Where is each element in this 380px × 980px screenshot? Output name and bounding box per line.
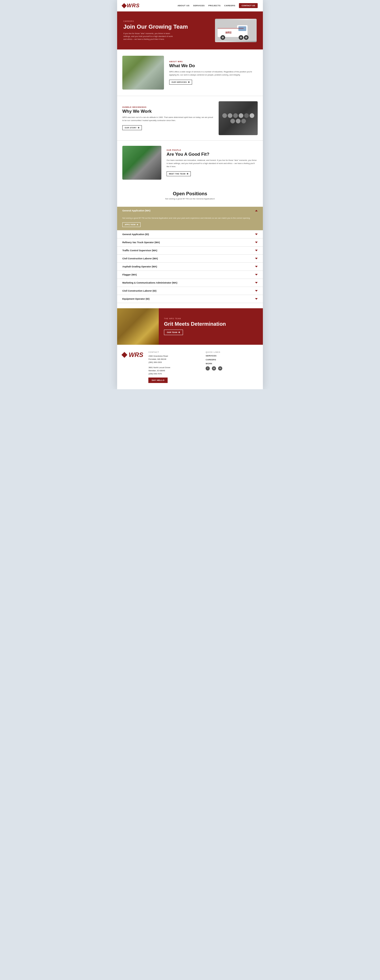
team-group-image: [219, 101, 258, 135]
accordion-arrow-4: [255, 258, 258, 259]
accordion-arrow-7: [255, 282, 258, 283]
grit-arrow-icon: ⊕: [178, 331, 180, 334]
accordion-header-1[interactable]: General Application (ID): [117, 231, 263, 238]
what-we-do-description: WRS offers a wide range of services in a…: [169, 70, 258, 76]
accordion-arrow-6: [255, 274, 258, 275]
hero-description: If you live for those "aha" moments, you…: [123, 32, 175, 41]
accordion-arrow-up-0: [255, 210, 258, 212]
accordion-item-5: Asphalt Grading Operator (WA): [117, 263, 263, 271]
svg-point-9: [245, 37, 247, 38]
accordion-title-0: General Application (WA): [122, 209, 150, 212]
what-we-do-content: ABOUT WRS What We Do WRS offers a wide r…: [169, 60, 258, 85]
footer-link-services[interactable]: SERVICES: [206, 355, 258, 357]
apply-arrow-icon: ⊕: [137, 224, 138, 226]
people-group: [219, 111, 258, 126]
footer-contact-label: CONTACT: [148, 351, 200, 353]
footer-social: f ◎ in: [206, 366, 258, 371]
svg-rect-11: [218, 28, 243, 29]
apply-now-button-0[interactable]: APPLY NOW ⊕: [122, 222, 140, 227]
why-title: Why We Work: [122, 109, 213, 114]
hero-truck-image: WRS: [215, 19, 257, 42]
accordion-item-3: Traffic Control Supervisor (WA): [117, 247, 263, 255]
accordion-header-4[interactable]: Civil Construction Laborer (WA): [117, 255, 263, 262]
hero-content: CAREERS Join Our Growing Team If you liv…: [123, 20, 215, 41]
accordion-title-5: Asphalt Grading Operator (WA): [122, 265, 157, 268]
footer-quick-links: QUICK LINKS SERVICES CAREERS WORK f ◎ in: [206, 351, 258, 371]
navbar: WRS ABOUT US SERVICES PROJECTS CAREERS C…: [117, 0, 263, 11]
accordion-title-9: Equipment Operator (ID): [122, 298, 149, 300]
footer-logo-text: WRS: [129, 351, 143, 358]
grit-label: THE WRS TEAM: [164, 318, 258, 320]
truck-svg: WRS: [215, 20, 257, 41]
good-fit-title: Are You A Good Fit?: [167, 152, 258, 157]
good-fit-label: OUR PEOPLE: [167, 149, 258, 151]
grit-title: Grit Meets Determination: [164, 321, 258, 327]
meet-the-team-button[interactable]: MEET THE TEAM ⊕: [167, 171, 191, 176]
accordion-header-6[interactable]: Flagger (WA): [117, 271, 263, 278]
facebook-icon[interactable]: f: [206, 366, 210, 371]
instagram-icon[interactable]: ◎: [212, 366, 216, 371]
accordion-title-7: Marketing & Communications Administrator…: [122, 282, 177, 284]
svg-text:WRS: WRS: [226, 31, 232, 34]
accordion-body-0: Not seeing a good fit? Fill out the Gene…: [117, 215, 263, 230]
hero-label: CAREERS: [123, 20, 215, 22]
accordion-item-9: Equipment Operator (ID): [117, 295, 263, 303]
accordion-item-0: General Application (WA) Not seeing a go…: [117, 207, 263, 231]
what-we-do-section: ABOUT WRS What We Do WRS offers a wide r…: [117, 49, 263, 96]
accordion-title-6: Flagger (WA): [122, 274, 137, 276]
say-hello-button[interactable]: SAY HELLO: [148, 377, 167, 383]
worker-image: [122, 146, 161, 180]
accordion-arrow-9: [255, 298, 258, 300]
logo-diamond: [122, 3, 127, 8]
what-we-do-title: What We Do: [169, 64, 258, 68]
logo[interactable]: WRS: [122, 3, 140, 9]
arrow-icon-3: ⊕: [187, 173, 189, 175]
grit-image: [117, 308, 159, 345]
accordion-header-8[interactable]: Civil Construction Laborer (ID): [117, 287, 263, 295]
footer-logo-diamond: [122, 352, 127, 358]
nav-contact-button[interactable]: CONTACT US: [239, 3, 258, 8]
hero-section: CAREERS Join Our Growing Team If you liv…: [117, 11, 263, 49]
accordion-item-8: Civil Construction Laborer (ID): [117, 287, 263, 295]
accordion-header-5[interactable]: Asphalt Grading Operator (WA): [117, 263, 263, 270]
footer-contact: CONTACT 2380 Grandview Road Ferndale, WA…: [148, 351, 200, 383]
nav-careers[interactable]: CAREERS: [224, 5, 235, 7]
accordion-arrow-1: [255, 234, 258, 235]
accordion-title-2: Refinery Vac Truck Operator (WA): [122, 241, 160, 244]
accordion-header-9[interactable]: Equipment Operator (ID): [117, 295, 263, 303]
good-fit-description: Our team members are innovative, relatio…: [167, 159, 258, 168]
footer-quick-links-label: QUICK LINKS: [206, 351, 258, 353]
accordion-title-3: Traffic Control Supervisor (WA): [122, 249, 157, 252]
logo-text: WRS: [127, 3, 140, 9]
house-image: [122, 56, 164, 89]
why-we-work-content: HUMBLE BEGINNINGS Why We Work WRS was bo…: [122, 106, 213, 130]
nav-about-us[interactable]: ABOUT US: [178, 5, 189, 7]
accordion-item-7: Marketing & Communications Administrator…: [117, 279, 263, 287]
why-we-work-section: HUMBLE BEGINNINGS Why We Work WRS was bo…: [117, 96, 263, 140]
footer-logo[interactable]: WRS: [122, 351, 143, 358]
our-team-button[interactable]: OUR TEAM ⊕: [164, 329, 183, 335]
nav-services[interactable]: SERVICES: [193, 5, 205, 7]
accordion-item-2: Refinery Vac Truck Operator (WA): [117, 239, 263, 247]
accordion-header-7[interactable]: Marketing & Communications Administrator…: [117, 279, 263, 287]
accordion-body-text-0: Not seeing a good fit? Fill out the Gene…: [122, 216, 258, 220]
our-story-button[interactable]: OUR STORY ⊕: [122, 125, 142, 130]
accordion-arrow-5: [255, 266, 258, 267]
accordion-header-3[interactable]: Traffic Control Supervisor (WA): [117, 247, 263, 255]
accordion-header-0[interactable]: General Application (WA): [117, 207, 263, 215]
why-label: HUMBLE BEGINNINGS: [122, 106, 213, 108]
nav-projects[interactable]: PROJECTS: [208, 5, 221, 7]
accordion-item-6: Flagger (WA): [117, 271, 263, 279]
good-fit-section: OUR PEOPLE Are You A Good Fit? Our team …: [117, 141, 263, 185]
our-services-button[interactable]: OUR SERVICES ⊕: [169, 80, 192, 84]
arrow-icon: ⊕: [188, 81, 190, 83]
footer-link-careers[interactable]: CAREERS: [206, 358, 258, 361]
linkedin-icon[interactable]: in: [218, 366, 222, 371]
hero-title: Join Our Growing Team: [123, 24, 215, 30]
accordion-title-8: Civil Construction Laborer (ID): [122, 290, 156, 292]
footer: WRS CONTACT 2380 Grandview Road Ferndale…: [117, 345, 263, 389]
accordion-arrow-3: [255, 250, 258, 251]
why-description: WRS was born out of a can-do attitude in…: [122, 116, 213, 122]
accordion-header-2[interactable]: Refinery Vac Truck Operator (WA): [117, 239, 263, 246]
footer-link-work[interactable]: WORK: [206, 363, 258, 365]
